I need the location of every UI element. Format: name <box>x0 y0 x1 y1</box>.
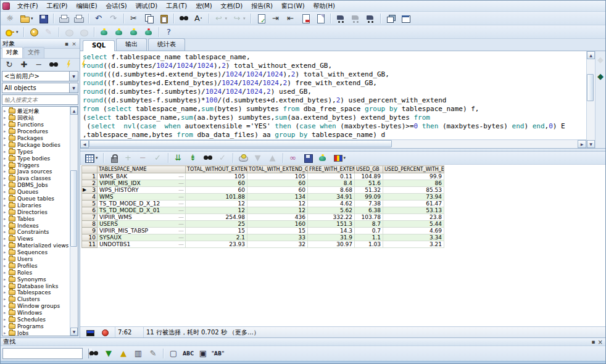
browser-filter-input[interactable] <box>2 94 78 105</box>
auto-refresh-icon[interactable] <box>98 326 112 338</box>
expander-icon[interactable]: ▸ <box>4 317 9 322</box>
tree-item-jobs[interactable]: ▸Jobs <box>4 329 70 336</box>
tree-item-views[interactable]: ▸Views <box>4 236 70 242</box>
save-icon[interactable] <box>36 12 50 24</box>
tree-item-package-bodies[interactable]: ▸Package bodies <box>4 141 70 148</box>
save-grid-icon[interactable] <box>301 152 315 163</box>
cell[interactable]: 4.69 <box>383 228 444 234</box>
tree-item-libraries[interactable]: ▸Libraries <box>4 202 70 209</box>
spell-abc-icon[interactable]: ABC <box>181 348 195 360</box>
tree-item-directories[interactable]: ▸Directories <box>4 209 70 215</box>
column-header-total_with_extend_gb[interactable]: TOTAL_WITH_EXTEND_GB <box>247 166 308 173</box>
expand-all-icon[interactable]: ✚ <box>17 59 31 70</box>
cell[interactable]: 33 <box>247 234 308 241</box>
close-icon[interactable]: × <box>598 339 603 345</box>
tree-item-triggers[interactable]: ▸Triggers <box>4 162 70 168</box>
row-number[interactable]: ▶3 <box>82 187 98 194</box>
fetch-next-page-icon[interactable]: ⇊ <box>172 152 185 163</box>
cell[interactable]: 12 <box>247 201 308 207</box>
tree-item-constraints[interactable]: ▸Constraints <box>4 229 70 236</box>
scrollbar-thumb[interactable] <box>587 74 594 102</box>
cell[interactable]: 99.9 <box>383 173 444 180</box>
tree-item-functions[interactable]: ▸Functions <box>4 122 70 128</box>
tile-windows-icon[interactable] <box>399 12 412 24</box>
column-header-tablespace_name[interactable]: TABLESPACE_NAME <box>98 166 186 173</box>
search-up-icon[interactable]: ▲ <box>117 348 130 360</box>
column-header-used_gb[interactable]: USED_GB <box>355 166 383 173</box>
grid-row-7[interactable]: 7VIPIIR_WMS—254.98436332.22103.7823.8 <box>82 214 444 221</box>
indent-icon[interactable]: ⇥ <box>269 12 283 24</box>
fetch-all-icon[interactable]: ⇟ <box>186 152 200 163</box>
pin-icon[interactable]: ▪ <box>592 339 596 345</box>
cell[interactable]: 105 <box>186 173 247 180</box>
find-object-icon[interactable] <box>47 59 60 70</box>
expander-icon[interactable]: ▸ <box>4 236 9 241</box>
sessions-icon[interactable] <box>112 26 126 38</box>
cell[interactable]: 8.4 <box>308 180 355 187</box>
find-in-grid-icon[interactable] <box>201 152 215 163</box>
tree-item-materialized-views[interactable]: ▸Materialized views <box>4 242 70 249</box>
find-input[interactable] <box>3 349 88 358</box>
cell[interactable]: 4.62 <box>308 201 355 207</box>
cell[interactable]: 2.1 <box>186 234 247 241</box>
cell[interactable]: 15 <box>186 228 247 234</box>
menu-item-5[interactable]: 工具(T) <box>162 1 191 10</box>
row-number[interactable]: 2 <box>82 180 98 187</box>
cell[interactable]: WPS_HISTORY— <box>98 187 186 194</box>
cell[interactable]: WMS_BAK— <box>98 173 186 180</box>
cell[interactable]: 5.62 <box>308 207 355 214</box>
grid-row-10[interactable]: 10SYSAUX—2.13331.91.13.34 <box>82 234 444 241</box>
cell[interactable]: 53.13 <box>383 207 444 214</box>
expander-icon[interactable]: ▸ <box>4 109 9 114</box>
sql-editor[interactable]: select f.tablespace_name tablespace_name… <box>80 51 586 139</box>
search-down-icon[interactable]: ▼ <box>102 348 115 360</box>
tree-item-programs[interactable]: ▸Programs <box>4 323 70 330</box>
menu-item-1[interactable]: 工程(P) <box>43 1 72 10</box>
expander-icon[interactable]: ▸ <box>4 149 9 154</box>
cart-options-icon[interactable] <box>363 12 377 24</box>
expander-icon[interactable]: ▸ <box>4 250 9 255</box>
expander-icon[interactable]: ▸ <box>4 310 9 315</box>
cell[interactable]: UNDOTBS1— <box>98 241 186 248</box>
menu-item-4[interactable]: 调试(D) <box>131 1 162 10</box>
grid-row-3[interactable]: ▶3WPS_HISTORY—60608.6851.3285.53 <box>82 187 444 194</box>
dropdown-caret-icon[interactable]: ▾ <box>225 16 228 21</box>
scroll-down-icon[interactable]: ▼ <box>587 140 595 148</box>
cell[interactable]: 160 <box>247 221 308 228</box>
tree-item-windows[interactable]: ▸Windows <box>4 310 70 316</box>
open-file-icon[interactable]: ▾ <box>18 12 35 24</box>
cell[interactable]: VIPIIR_WMS— <box>98 214 186 221</box>
tree-item-packages[interactable]: ▸Packages <box>4 135 70 142</box>
row-number[interactable]: 11 <box>82 241 98 248</box>
cell[interactable]: WMS— <box>98 194 186 201</box>
connect-icon[interactable]: ▾ <box>3 26 20 38</box>
cell[interactable]: 60 <box>247 180 308 187</box>
column-header-free_with_extend_gb[interactable]: FREE_WITH_EXTEND_GB <box>308 166 355 173</box>
cell[interactable]: 0.7 <box>355 228 383 234</box>
dropdown-caret-icon[interactable]: ▾ <box>16 30 19 35</box>
menu-item-0[interactable]: 文件(F) <box>13 1 43 10</box>
scroll-right-icon[interactable]: ▶ <box>578 140 586 148</box>
browser-options-icon[interactable] <box>77 59 90 70</box>
tree-item-queue-tables[interactable]: ▸Queue tables <box>4 196 70 202</box>
grid-row-11[interactable]: 11UNDOTBS1—23.933230.971.033.21 <box>82 241 444 248</box>
collapse-all-icon[interactable]: − <box>32 59 46 70</box>
scrollbar-thumb[interactable] <box>70 170 77 247</box>
cascade-windows-icon[interactable] <box>384 12 397 24</box>
editor-vscrollbar[interactable]: ▲ ▼ <box>586 51 595 148</box>
expander-icon[interactable]: ▸ <box>4 196 9 201</box>
quoted-icon[interactable]: "AB" <box>211 348 225 360</box>
filter-icon[interactable] <box>62 59 75 70</box>
kill-session-icon[interactable] <box>142 26 156 38</box>
tree-item-tablespaces[interactable]: ▸Tablespaces <box>4 289 70 296</box>
cell[interactable]: 254.98 <box>186 214 247 221</box>
cell[interactable]: 8.7 <box>355 221 383 228</box>
menu-item-10[interactable]: 帮助(H) <box>309 1 339 10</box>
cell[interactable]: 23.93 <box>186 241 247 248</box>
expander-icon[interactable]: ▸ <box>4 304 9 308</box>
row-number[interactable]: 9 <box>82 228 98 234</box>
expander-icon[interactable]: ▸ <box>4 290 9 295</box>
cell[interactable]: 8.68 <box>308 187 355 194</box>
expander-icon[interactable]: ▸ <box>4 183 9 188</box>
print-icon[interactable] <box>57 12 70 24</box>
